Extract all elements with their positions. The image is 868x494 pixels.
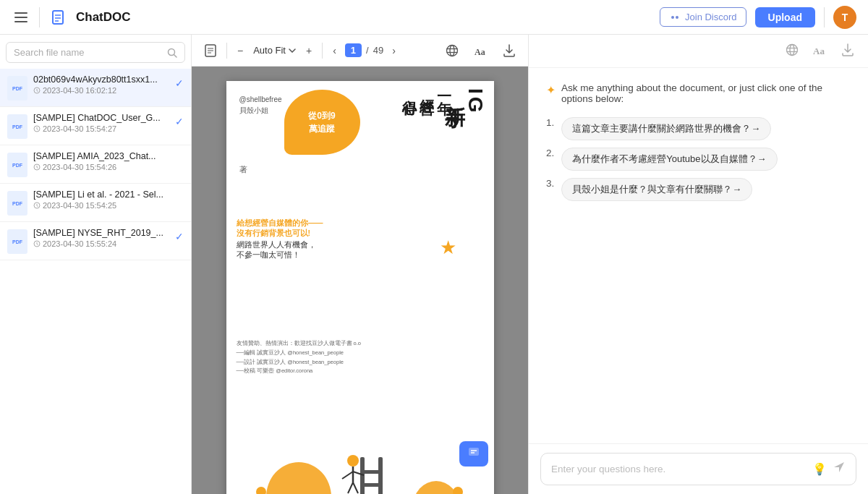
file-date: 2023-04-30 15:54:25: [33, 201, 184, 210]
join-discord-button[interactable]: Join Discord: [660, 7, 746, 27]
pdf-chat-float-button[interactable]: [459, 441, 488, 467]
search-icon: [167, 48, 177, 58]
svg-rect-3: [53, 11, 63, 24]
suggestion-pill[interactable]: 這篇文章主要講什麼關於網路世界的機會？→: [561, 117, 771, 140]
svg-point-51: [453, 487, 463, 494]
chat-body: ✦ Ask me anything about the document, or…: [529, 68, 868, 443]
main-layout: PDF 02bt069v4wAkyvzb80tt1sxx1... 2023-04…: [0, 35, 868, 494]
pdf-title-year: 一年經營心得: [401, 88, 454, 91]
file-date: 2023-04-30 16:02:12: [33, 86, 169, 95]
toolbar-right: Aa: [441, 41, 519, 60]
pdf-icon: PDF: [7, 191, 27, 216]
pdf-authored: 著: [239, 164, 247, 175]
file-item[interactable]: PDF [SAMPLE] Li et al. - 2021 - Sel... 2…: [0, 184, 191, 222]
file-info: 02bt069v4wAkyvzb80tt1sxx1... 2023-04-30 …: [33, 74, 169, 95]
avatar[interactable]: T: [833, 6, 856, 29]
chat-input-box: 💡: [540, 453, 856, 485]
suggestion-pill[interactable]: 為什麼作者不考慮經營Youtube以及自媒體？→: [561, 148, 777, 171]
search-box: [6, 42, 185, 63]
chat-font-button[interactable]: Aa: [810, 42, 830, 60]
top-nav: ChatDOC Join Discord Upload T: [0, 0, 868, 35]
clock-icon: [33, 240, 41, 247]
file-info: [SAMPLE] Li et al. - 2021 - Sel... 2023-…: [33, 189, 184, 210]
svg-line-13: [37, 91, 38, 92]
file-date: 2023-04-30 15:54:26: [33, 163, 184, 171]
svg-rect-0: [14, 12, 27, 14]
svg-point-45: [347, 455, 359, 467]
svg-line-50: [353, 482, 358, 493]
zoom-fit: Auto Fit: [253, 45, 296, 56]
current-page: 1: [345, 43, 362, 57]
download-button[interactable]: [499, 41, 519, 60]
svg-line-10: [174, 54, 177, 57]
nav-divider-2: [824, 7, 825, 27]
svg-rect-2: [14, 21, 27, 22]
chat-toolbar: Aa: [529, 35, 868, 68]
pdf-credits: 友情贊助、熱情演出：歡迎找豆沙人做電子書 o.o ──編輯 誠實豆沙人 @hon…: [237, 339, 362, 376]
file-item[interactable]: PDF [SAMPLE] NYSE_RHT_2019_... 2023-04-3…: [0, 222, 191, 260]
chat-panel: Aa ✦ Ask me anything about the document,…: [528, 35, 868, 494]
pdf-page: @shellbefree 貝殼小姐 從0到9 萬追蹤 IG新手 一年經營心得 著: [226, 81, 494, 494]
chat-download-button[interactable]: [839, 41, 856, 61]
file-item[interactable]: PDF [SAMPLE] AMIA_2023_Chat... 2023-04-3…: [0, 145, 191, 184]
doc-view-button[interactable]: [200, 41, 221, 60]
file-name: [SAMPLE] NYSE_RHT_2019_...: [33, 228, 169, 238]
list-item: 2. 為什麼作者不考慮經營Youtube以及自媒體？→: [546, 148, 851, 171]
svg-text:Aa: Aa: [813, 46, 825, 55]
list-item: 3. 貝殼小姐是什麼？與文章有什麼關聯？→: [546, 178, 851, 201]
sidebar-toggle-button[interactable]: [12, 9, 30, 25]
clock-icon: [33, 125, 41, 132]
total-pages: 49: [373, 45, 383, 56]
svg-rect-41: [360, 470, 383, 474]
file-name: [SAMPLE] ChatDOC_User_G...: [33, 113, 169, 123]
svg-line-49: [348, 482, 353, 493]
svg-point-30: [447, 45, 458, 56]
pdf-scroll-area[interactable]: @shellbefree 貝殼小姐 從0到9 萬追蹤 IG新手 一年經營心得 著: [192, 67, 528, 494]
svg-rect-64: [469, 448, 479, 456]
suggestion-number: 1.: [546, 117, 554, 128]
file-date: 2023-04-30 15:54:27: [33, 124, 169, 133]
file-item[interactable]: PDF [SAMPLE] ChatDOC_User_G... 2023-04-3…: [0, 107, 191, 145]
pdf-bubble: 從0到9 萬追蹤: [284, 90, 360, 155]
pdf-icon: PDF: [7, 76, 27, 101]
font-size-button[interactable]: Aa: [470, 43, 492, 59]
svg-point-7: [671, 16, 674, 19]
search-input[interactable]: [14, 47, 163, 58]
app-logo: ChatDOC: [76, 10, 131, 25]
chat-language-button[interactable]: [783, 41, 801, 61]
svg-line-22: [37, 206, 38, 207]
pdf-promo: 給想經營自媒體的你—— 沒有行銷背景也可以! 網路世界人人有機會， 不參一咖太可…: [237, 218, 323, 260]
prev-page-button[interactable]: ‹: [328, 42, 341, 59]
pdf-title-ig: IG新手: [445, 88, 485, 116]
file-info: [SAMPLE] AMIA_2023_Chat... 2023-04-30 15…: [33, 151, 184, 171]
zoom-in-button[interactable]: +: [302, 42, 316, 59]
svg-line-16: [37, 129, 38, 130]
svg-line-25: [37, 244, 38, 245]
chevron-down-icon: [289, 48, 296, 53]
upload-button[interactable]: Upload: [755, 7, 815, 27]
check-icon: ✓: [175, 231, 184, 242]
suggestion-pill[interactable]: 貝殼小姐是什麼？與文章有什麼關聯？→: [561, 178, 752, 201]
file-item[interactable]: PDF 02bt069v4wAkyvzb80tt1sxx1... 2023-04…: [0, 69, 191, 107]
zoom-out-button[interactable]: −: [233, 42, 247, 59]
pdf-handle: @shellbefree: [239, 95, 282, 103]
clock-icon: [33, 202, 41, 209]
svg-rect-40: [378, 457, 383, 494]
sidebar: PDF 02bt069v4wAkyvzb80tt1sxx1... 2023-04…: [0, 35, 192, 494]
file-name: [SAMPLE] Li et al. - 2021 - Sel...: [33, 189, 184, 200]
next-page-button[interactable]: ›: [388, 42, 400, 59]
language-button[interactable]: [441, 41, 463, 60]
svg-point-68: [790, 45, 794, 56]
svg-point-37: [413, 481, 459, 494]
viewer-toolbar: − Auto Fit + ‹ 1 / 49 › Aa: [192, 35, 528, 67]
pdf-author-label: 貝殼小姐: [239, 106, 268, 116]
logo-text: ChatDOC: [76, 10, 131, 25]
chat-send-button[interactable]: [833, 461, 846, 477]
file-name: 02bt069v4wAkyvzb80tt1sxx1...: [33, 74, 169, 85]
chat-input[interactable]: [551, 464, 807, 474]
pdf-icon: PDF: [7, 229, 27, 254]
pdf-page-wrapper: @shellbefree 貝殼小姐 從0到9 萬追蹤 IG新手 一年經營心得 著: [226, 81, 494, 480]
clock-icon: [33, 163, 41, 171]
doc-icon-button[interactable]: [48, 7, 67, 27]
svg-text:Aa: Aa: [475, 47, 485, 56]
